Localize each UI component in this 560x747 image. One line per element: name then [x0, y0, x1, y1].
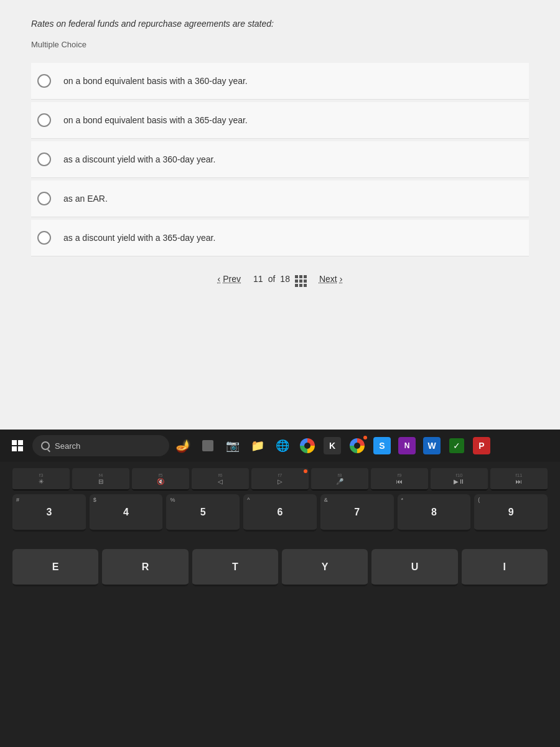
navigation-bar: ‹ Prev 11 of 18 Next › [31, 259, 529, 298]
grid-icon[interactable] [295, 270, 307, 287]
browser-icon[interactable]: 🌐 [271, 435, 294, 457]
dot-indicator-f7 [304, 469, 307, 473]
fn-key-f3[interactable]: f3 ✳ [12, 468, 70, 491]
question-text: Rates on federal funds and repurchase ag… [31, 19, 529, 29]
p-app-icon[interactable]: P [470, 435, 493, 457]
number-row: # 3 $ 4 % 5 ^ 6 & 7 * 8 ( 9 [12, 494, 548, 532]
s-app-icon[interactable]: S [371, 435, 393, 457]
taskbar-search[interactable]: Search [32, 435, 169, 456]
radio-5[interactable] [37, 231, 51, 245]
key-y[interactable]: Y [282, 549, 368, 586]
key-9[interactable]: ( 9 [474, 494, 548, 532]
search-placeholder: Search [55, 441, 80, 451]
fn-key-f4[interactable]: f4 ⊟ [72, 468, 129, 491]
fn-key-f10[interactable]: f10 ▶⏸ [431, 468, 488, 491]
key-u[interactable]: U [371, 549, 457, 586]
key-7[interactable]: & 7 [320, 494, 394, 532]
option-text-4: as an EAR. [63, 194, 108, 204]
option-text-2: on a bond equivalent basis with a 365-da… [63, 115, 248, 125]
radio-1[interactable] [37, 74, 51, 88]
chrome-icon[interactable] [296, 435, 319, 457]
taskbar: Search 🪔 📷 📁 🌐 K S N [0, 430, 560, 462]
key-3[interactable]: # 3 [12, 494, 86, 532]
check-icon[interactable]: ✓ [446, 435, 468, 457]
key-4[interactable]: $ 4 [90, 494, 163, 532]
radio-3[interactable] [37, 153, 51, 166]
key-e[interactable]: E [12, 549, 98, 586]
key-t[interactable]: T [192, 549, 278, 586]
stop-button-icon[interactable] [197, 435, 219, 457]
key-i[interactable]: I [462, 549, 548, 586]
prev-label: Prev [223, 274, 241, 284]
w-app-icon[interactable]: W [421, 435, 443, 457]
of-label: of [268, 274, 276, 284]
fn-key-f8[interactable]: f8 🎤 [311, 468, 368, 491]
radio-4[interactable] [37, 192, 51, 205]
key-6[interactable]: ^ 6 [243, 494, 317, 532]
camera-icon[interactable]: 📷 [222, 435, 244, 457]
fn-key-f9[interactable]: f9 ⏮ [371, 468, 428, 491]
option-1[interactable]: on a bond equivalent basis with a 360-da… [31, 63, 529, 100]
key-8[interactable]: * 8 [398, 494, 471, 532]
search-icon [41, 441, 50, 450]
next-chevron-icon: › [340, 274, 343, 284]
option-2[interactable]: on a bond equivalent basis with a 365-da… [31, 102, 529, 139]
fn-key-row: f3 ✳ f4 ⊟ f5 🔇 f6 ◁ f7 ▷ f8 🎤 f9 ⏮ f1 [12, 468, 548, 491]
letter-row: E R T Y U I [12, 549, 548, 586]
key-r[interactable]: R [102, 549, 188, 586]
option-text-1: on a bond equivalent basis with a 360-da… [63, 76, 248, 86]
option-text-3: as a discount yield with a 360-day year. [63, 154, 215, 164]
option-text-5: as a discount yield with a 365-day year. [63, 233, 215, 243]
prev-button[interactable]: ‹ Prev [218, 274, 241, 284]
n-app-icon[interactable]: N [396, 435, 418, 457]
current-page: 11 [253, 274, 263, 284]
radio-2[interactable] [37, 113, 51, 127]
option-4[interactable]: as an EAR. [31, 181, 529, 217]
next-button[interactable]: Next › [319, 274, 342, 284]
quiz-container: Rates on federal funds and repurchase ag… [0, 0, 560, 430]
section-label: Multiple Choice [31, 40, 529, 49]
option-3[interactable]: as a discount yield with a 360-day year. [31, 141, 529, 178]
prev-chevron-icon: ‹ [218, 274, 221, 284]
fn-key-f6[interactable]: f6 ◁ [192, 468, 249, 491]
keyboard: f3 ✳ f4 ⊟ f5 🔇 f6 ◁ f7 ▷ f8 🎤 f9 ⏮ f1 [0, 462, 560, 747]
option-5[interactable]: as a discount yield with a 365-day year. [31, 220, 529, 256]
fn-key-f5[interactable]: f5 🔇 [132, 468, 189, 491]
next-label: Next [319, 274, 337, 284]
k-app-icon[interactable]: K [321, 435, 343, 457]
dot-indicator [363, 436, 367, 439]
total-pages: 18 [280, 274, 290, 284]
diya-lamp-icon[interactable]: 🪔 [172, 435, 194, 457]
page-info: 11 of 18 [253, 270, 307, 287]
windows-start-button[interactable] [5, 433, 30, 458]
chrome2-icon[interactable] [346, 435, 368, 457]
folder-icon[interactable]: 📁 [246, 435, 269, 457]
fn-key-f7[interactable]: f7 ▷ [251, 468, 309, 491]
fn-key-f11[interactable]: f11 ⏭ [490, 468, 548, 491]
key-5[interactable]: % 5 [166, 494, 240, 532]
